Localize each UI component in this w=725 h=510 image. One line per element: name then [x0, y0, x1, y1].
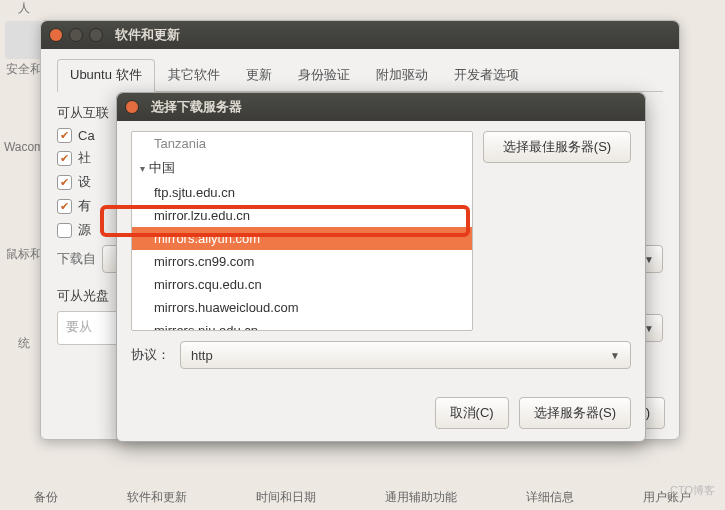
tab-updates[interactable]: 更新	[233, 59, 285, 91]
list-item[interactable]: Tanzania	[132, 132, 472, 155]
close-icon[interactable]	[49, 28, 63, 42]
checkbox-label: Ca	[78, 128, 95, 143]
checkbox[interactable]: ✔	[57, 175, 72, 190]
protocol-label: 协议：	[131, 346, 170, 364]
bg-label: 软件和更新	[127, 489, 187, 506]
protocol-combo[interactable]: http ▼	[180, 341, 631, 369]
maximize-icon[interactable]	[89, 28, 103, 42]
list-group-china[interactable]: 中国	[132, 155, 472, 181]
checkbox[interactable]: ✔	[57, 199, 72, 214]
list-item[interactable]: mirrors.cqu.edu.cn	[132, 273, 472, 296]
tab-ubuntu-software[interactable]: Ubuntu 软件	[57, 59, 155, 92]
minimize-icon[interactable]	[69, 28, 83, 42]
titlebar[interactable]: 软件和更新	[41, 21, 679, 49]
chevron-down-icon: ▼	[610, 350, 620, 361]
checkbox[interactable]: ✔	[57, 223, 72, 238]
checkbox-label: 源	[78, 221, 91, 239]
list-item[interactable]: ftp.sjtu.edu.cn	[132, 181, 472, 204]
list-item[interactable]: mirror.lzu.edu.cn	[132, 204, 472, 227]
checkbox-label: 有	[78, 197, 91, 215]
desktop-bottom-labels: 备份 软件和更新 时间和日期 通用辅助功能 详细信息 用户账户	[0, 489, 725, 506]
protocol-value: http	[191, 348, 213, 363]
checkbox-label: 设	[78, 173, 91, 191]
close-icon[interactable]	[125, 100, 139, 114]
tab-developer-options[interactable]: 开发者选项	[441, 59, 532, 91]
bg-label: 时间和日期	[256, 489, 316, 506]
bg-label: 备份	[34, 489, 58, 506]
titlebar[interactable]: 选择下载服务器	[117, 93, 645, 121]
list-item[interactable]: mirrors.nju.edu.cn	[132, 319, 472, 331]
tab-additional-drivers[interactable]: 附加驱动	[363, 59, 441, 91]
window-title: 软件和更新	[115, 26, 180, 44]
checkbox-label: 社	[78, 149, 91, 167]
cancel-button[interactable]: 取消(C)	[435, 397, 509, 429]
tab-other-software[interactable]: 其它软件	[155, 59, 233, 91]
bg-label: 通用辅助功能	[385, 489, 457, 506]
watermark: CTO博客	[670, 483, 715, 498]
bg-label: 人	[0, 0, 48, 17]
checkbox[interactable]: ✔	[57, 128, 72, 143]
download-from-label: 下载自	[57, 250, 96, 268]
checkbox[interactable]: ✔	[57, 151, 72, 166]
bg-icon	[5, 21, 43, 59]
list-item[interactable]: mirrors.cn99.com	[132, 250, 472, 273]
list-item[interactable]: mirrors.huaweicloud.com	[132, 296, 472, 319]
bg-label: 详细信息	[526, 489, 574, 506]
tab-authentication[interactable]: 身份验证	[285, 59, 363, 91]
choose-server-button[interactable]: 选择服务器(S)	[519, 397, 631, 429]
choose-server-dialog: 选择下载服务器 Tanzania 中国 ftp.sjtu.edu.cn mirr…	[116, 92, 646, 442]
tab-bar: Ubuntu 软件 其它软件 更新 身份验证 附加驱动 开发者选项	[57, 59, 663, 92]
list-item-selected[interactable]: mirrors.aliyun.com	[132, 227, 472, 250]
best-server-button[interactable]: 选择最佳服务器(S)	[483, 131, 631, 163]
server-listbox[interactable]: Tanzania 中国 ftp.sjtu.edu.cn mirror.lzu.e…	[131, 131, 473, 331]
dialog-title: 选择下载服务器	[151, 98, 242, 116]
